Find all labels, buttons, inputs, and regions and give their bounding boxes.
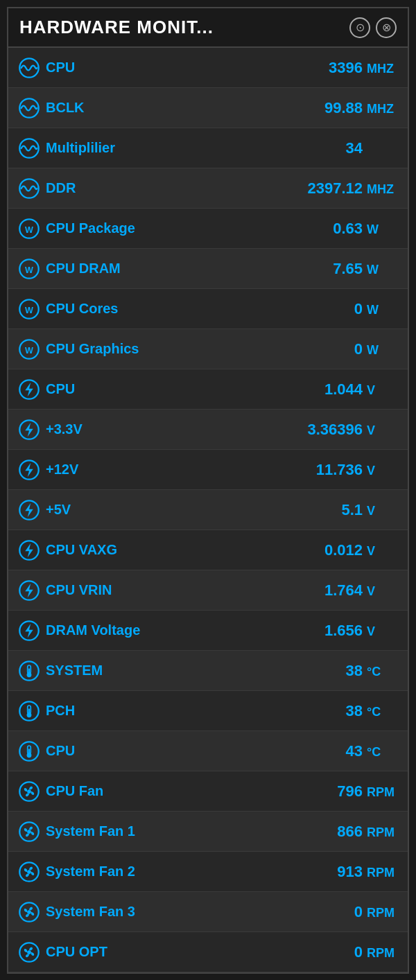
voltage-icon <box>18 459 40 481</box>
value-system-fan1: 866 <box>337 823 363 841</box>
label-cpu-vaxg: CPU VAXG <box>46 542 117 558</box>
unit-system-fan1: RPM <box>367 825 398 840</box>
power-icon: W <box>18 218 40 240</box>
power-icon: W <box>18 258 40 280</box>
row-cpu-freq: CPU3396MHZ <box>8 48 408 88</box>
label-cpu-package: CPU Package <box>46 220 135 236</box>
label-bclk: BCLK <box>46 100 85 116</box>
row-cpu-volt: CPU1.044V <box>8 369 408 410</box>
voltage-icon <box>18 419 40 441</box>
freq-icon <box>18 57 40 79</box>
label-system-fan1: System Fan 1 <box>46 823 135 839</box>
unit-cpu-vrin: V <box>367 584 398 599</box>
svg-point-40 <box>27 950 31 954</box>
rows-container: CPU3396MHZ BCLK99.88MHZ Multiplilier34 D… <box>8 48 408 972</box>
voltage-icon <box>18 499 40 521</box>
unit-12v: V <box>367 464 398 478</box>
row-system-fan2: System Fan 2913RPM <box>8 852 408 892</box>
voltage-icon <box>18 620 40 642</box>
label-cpu-graphics: CPU Graphics <box>46 341 139 357</box>
svg-text:W: W <box>25 305 33 315</box>
label-cpu-fan: CPU Fan <box>46 783 103 799</box>
value-cpu-cores: 0 <box>354 300 363 318</box>
value-ddr: 2397.12 <box>307 180 363 198</box>
temp-icon <box>18 660 40 682</box>
value-system-temp: 38 <box>346 662 363 680</box>
unit-system-temp: °C <box>367 665 398 679</box>
row-system-fan1: System Fan 1866RPM <box>8 812 408 852</box>
value-cpu-fan: 796 <box>337 782 363 800</box>
row-3v3: +3.3V3.36396V <box>8 410 408 450</box>
unit-cpu-fan: RPM <box>367 785 398 800</box>
row-cpu-fan: CPU Fan796RPM <box>8 771 408 812</box>
row-cpu-package: W CPU Package0.63W <box>8 209 408 249</box>
fan-icon <box>18 780 40 803</box>
row-cpu-vaxg: CPU VAXG0.012V <box>8 530 408 570</box>
value-pch-temp: 38 <box>346 702 363 720</box>
value-system-fan3: 0 <box>354 903 363 921</box>
value-cpu-temp: 43 <box>346 742 363 760</box>
row-system-fan3: System Fan 30RPM <box>8 892 408 932</box>
power-icon: W <box>18 298 40 320</box>
value-cpu-opt: 0 <box>354 943 363 961</box>
unit-cpu-package: W <box>367 222 398 237</box>
row-pch-temp: PCH38°C <box>8 691 408 731</box>
unit-system-fan3: RPM <box>367 906 398 920</box>
label-multiplier: Multiplilier <box>46 140 115 156</box>
row-system-temp: SYSTEM38°C <box>8 651 408 691</box>
unit-cpu-temp: °C <box>367 745 398 760</box>
unit-cpu-opt: RPM <box>367 946 398 961</box>
unit-bclk: MHZ <box>367 102 398 116</box>
title-bar: HARDWARE MONIT... ⊙ ⊗ <box>8 8 408 48</box>
freq-icon <box>18 177 40 200</box>
label-dram-voltage: DRAM Voltage <box>46 622 140 638</box>
row-bclk: BCLK99.88MHZ <box>8 88 408 128</box>
power-icon: W <box>18 338 40 360</box>
label-cpu-cores: CPU Cores <box>46 301 118 317</box>
back-button[interactable]: ⊙ <box>349 17 370 38</box>
unit-cpu-graphics: W <box>367 343 398 358</box>
label-cpu-volt: CPU <box>46 381 75 397</box>
value-5v: 5.1 <box>341 501 363 519</box>
temp-icon <box>18 740 40 762</box>
voltage-icon <box>18 579 40 602</box>
svg-text:W: W <box>25 265 33 274</box>
row-cpu-cores: W CPU Cores0W <box>8 289 408 329</box>
value-3v3: 3.36396 <box>307 421 363 439</box>
value-cpu-freq: 3396 <box>329 59 363 77</box>
row-cpu-vrin: CPU VRIN1.764V <box>8 570 408 611</box>
close-button[interactable]: ⊗ <box>376 17 397 38</box>
svg-point-34 <box>27 830 31 834</box>
row-multiplier: Multiplilier34 <box>8 128 408 168</box>
row-cpu-graphics: W CPU Graphics0W <box>8 329 408 369</box>
value-cpu-vaxg: 0.012 <box>324 541 363 559</box>
svg-point-32 <box>27 789 31 794</box>
label-ddr: DDR <box>46 180 76 196</box>
label-cpu-vrin: CPU VRIN <box>46 582 112 598</box>
unit-system-fan2: RPM <box>367 866 398 880</box>
row-5v: +5V5.1V <box>8 490 408 530</box>
unit-pch-temp: °C <box>367 705 398 719</box>
fan-icon <box>18 941 40 963</box>
row-cpu-temp: CPU43°C <box>8 731 408 771</box>
label-3v3: +3.3V <box>46 421 83 437</box>
unit-cpu-dram: W <box>367 263 398 277</box>
svg-point-38 <box>27 910 31 914</box>
row-12v: +12V11.736V <box>8 450 408 490</box>
svg-text:W: W <box>25 225 33 234</box>
value-system-fan2: 913 <box>337 863 363 881</box>
unit-dram-voltage: V <box>367 624 398 639</box>
label-12v: +12V <box>46 462 78 478</box>
label-pch-temp: PCH <box>46 703 75 719</box>
row-dram-voltage: DRAM Voltage1.656V <box>8 611 408 651</box>
value-multiplier: 34 <box>346 139 363 157</box>
value-bclk: 99.88 <box>324 99 363 117</box>
title-text: HARDWARE MONIT... <box>19 17 214 38</box>
label-system-fan3: System Fan 3 <box>46 904 135 920</box>
value-cpu-vrin: 1.764 <box>324 581 363 600</box>
fan-icon <box>18 901 40 923</box>
unit-ddr: MHZ <box>367 182 398 197</box>
label-system-temp: SYSTEM <box>46 663 103 679</box>
unit-cpu-vaxg: V <box>367 544 398 559</box>
label-system-fan2: System Fan 2 <box>46 864 135 880</box>
